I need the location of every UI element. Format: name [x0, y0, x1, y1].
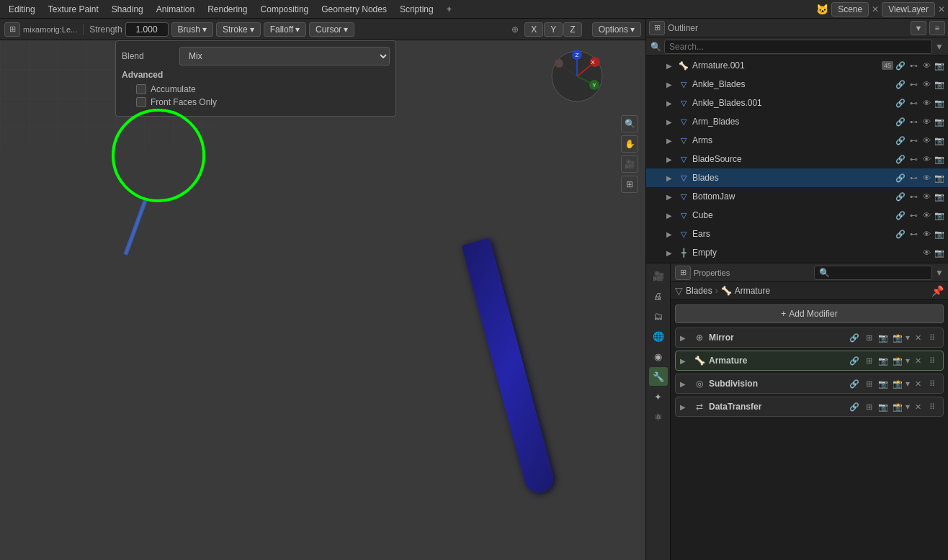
y-btn[interactable]: Y — [544, 22, 563, 37]
breadcrumb-armature[interactable]: Armature — [735, 286, 770, 296]
menu-item-shading[interactable]: Shading — [106, 3, 149, 16]
armature-expand[interactable]: ▶ — [680, 357, 690, 365]
accumulate-checkbox[interactable] — [136, 84, 146, 94]
viewport-3d[interactable]: X Y Z 🔍 ✋ 🎥 ⊞ — [0, 40, 645, 560]
mirror-render-btn[interactable]: 📷 — [877, 331, 890, 344]
falloff-btn[interactable]: Falloff ▾ — [264, 22, 306, 37]
outliner-filter-icon[interactable]: ▼ — [935, 42, 944, 52]
arms-filter-icon[interactable]: ⊷ — [908, 135, 919, 146]
cube-filter-icon[interactable]: ⊷ — [908, 209, 919, 221]
subdivision-realtime-btn[interactable]: ⊞ — [862, 377, 875, 390]
outliner-sort-btn[interactable]: ≡ — [929, 21, 945, 35]
cube-vis-icon[interactable]: 👁 — [921, 209, 932, 221]
menu-item-editing[interactable]: Editing — [3, 3, 41, 16]
mirror-chevron[interactable]: ▾ — [905, 333, 910, 343]
menu-item-animation[interactable]: Animation — [151, 3, 200, 16]
arms-vis-icon[interactable]: 👁 — [921, 135, 932, 146]
brush-btn[interactable]: Brush ▾ — [171, 22, 213, 37]
ankle-blades-001-render-icon[interactable]: 📷 — [934, 97, 945, 109]
subdivision-expand[interactable]: ▶ — [680, 380, 690, 388]
expand-cube[interactable]: ▶ — [663, 209, 675, 221]
outliner-item-blades[interactable]: ▶ ▽ Blades 🔗 ⊷ 👁 📷 — [646, 168, 948, 187]
expand-ankle-blades-001[interactable]: ▶ — [663, 97, 675, 109]
props-output-icon[interactable]: 🖨 — [649, 286, 668, 305]
ears-render-icon[interactable]: 📷 — [934, 228, 945, 240]
menu-item-scripting[interactable]: Scripting — [394, 3, 439, 16]
blade-source-filter-icon[interactable]: ⊷ — [908, 153, 919, 165]
outliner-item-cube[interactable]: ▶ ▽ Cube 🔗 ⊷ 👁 📷 — [646, 206, 948, 225]
armature001-render-icon[interactable]: 📷 — [934, 60, 945, 71]
expand-blades[interactable]: ▶ — [663, 172, 675, 184]
camera-icon[interactable]: 🎥 — [621, 155, 638, 173]
armature001-filter-icon[interactable]: ⊷ — [908, 60, 919, 71]
scene-selector[interactable]: Scene — [831, 2, 869, 17]
datatransfer-drag-btn[interactable]: ⠿ — [926, 400, 939, 413]
blades-filter-icon[interactable]: ⊷ — [908, 172, 919, 184]
cursor-btn[interactable]: Cursor ▾ — [309, 22, 354, 37]
blend-select[interactable]: Mix — [179, 47, 390, 66]
props-scene-icon[interactable]: 🌐 — [649, 327, 668, 346]
armature-render-btn[interactable]: 📷 — [877, 354, 890, 367]
options-btn[interactable]: Options ▾ — [592, 22, 641, 37]
cube-link-icon[interactable]: 🔗 — [895, 209, 906, 221]
outliner-item-bottom-jaw[interactable]: ▶ ▽ BottomJaw 🔗 ⊷ 👁 📷 — [646, 187, 948, 206]
expand-ankle-blades[interactable]: ▶ — [663, 78, 675, 90]
arm-blades-link-icon[interactable]: 🔗 — [895, 116, 906, 127]
datatransfer-render-btn[interactable]: 📷 — [877, 400, 890, 413]
armature-drag-btn[interactable]: ⠿ — [926, 354, 939, 367]
outliner-item-armature001[interactable]: ▶ 🦴 Armature.001 45 🔗 ⊷ 👁 📷 — [646, 56, 948, 75]
blades-vis-icon[interactable]: 👁 — [921, 172, 932, 184]
empty-render-icon[interactable]: 📷 — [934, 247, 945, 258]
props-view-layer-icon[interactable]: 🗂 — [649, 307, 668, 325]
bottom-jaw-render-icon[interactable]: 📷 — [934, 191, 945, 202]
arms-render-icon[interactable]: 📷 — [934, 135, 945, 146]
stroke-btn[interactable]: Stroke ▾ — [216, 22, 261, 37]
ankle-blades-link-icon[interactable]: 🔗 — [895, 78, 906, 90]
subdivision-drag-btn[interactable]: ⠿ — [926, 377, 939, 390]
subdivision-render-btn[interactable]: 📷 — [877, 377, 890, 390]
datatransfer-camera-btn[interactable]: 📸 — [891, 400, 904, 413]
modifier-mirror-header[interactable]: ▶ ⊕ Mirror 🔗 ⊞ 📷 📸 ▾ ✕ ⠿ — [676, 328, 943, 347]
mirror-camera-btn[interactable]: 📸 — [891, 331, 904, 344]
props-physics-icon[interactable]: ⚛ — [649, 407, 668, 426]
expand-arm-blades[interactable]: ▶ — [663, 116, 675, 127]
blade-source-vis-icon[interactable]: 👁 — [921, 153, 932, 165]
ears-link-icon[interactable]: 🔗 — [895, 228, 906, 240]
grid-icon[interactable]: ⊞ — [621, 176, 638, 193]
ankle-blades-filter-icon[interactable]: ⊷ — [908, 78, 919, 90]
armature-link-btn[interactable]: 🔗 — [848, 354, 861, 367]
panel-mode-btn[interactable]: ⊞ — [4, 22, 20, 37]
arm-blades-filter-icon[interactable]: ⊷ — [908, 116, 919, 127]
armature-chevron[interactable]: ▾ — [905, 356, 910, 366]
blades-render-icon[interactable]: 📷 — [934, 172, 945, 184]
props-world-icon[interactable]: ◉ — [649, 347, 668, 366]
armature-camera-btn[interactable]: 📸 — [891, 354, 904, 367]
props-mode-btn[interactable]: ⊞ — [675, 266, 691, 280]
expand-blade-source[interactable]: ▶ — [663, 153, 675, 165]
datatransfer-realtime-btn[interactable]: ⊞ — [862, 400, 875, 413]
mirror-drag-btn[interactable]: ⠿ — [926, 331, 939, 344]
menu-item-geometry-nodes[interactable]: Geometry Nodes — [316, 3, 393, 16]
ankle-blades-001-filter-icon[interactable]: ⊷ — [908, 97, 919, 109]
ankle-blades-001-link-icon[interactable]: 🔗 — [895, 97, 906, 109]
outliner-mode-btn[interactable]: ⊞ — [649, 21, 665, 35]
mirror-close-btn[interactable]: ✕ — [911, 331, 924, 344]
menu-item-plus[interactable]: + — [441, 3, 457, 16]
bottom-jaw-link-icon[interactable]: 🔗 — [895, 191, 906, 202]
front-faces-checkbox[interactable] — [136, 97, 146, 107]
outliner-item-ankle-blades-001[interactable]: ▶ ▽ Ankle_Blades.001 🔗 ⊷ 👁 📷 — [646, 94, 948, 112]
arm-blades-render-icon[interactable]: 📷 — [934, 116, 945, 127]
mirror-expand[interactable]: ▶ — [680, 334, 690, 342]
add-modifier-btn[interactable]: + Add Modifier — [675, 304, 944, 323]
bottom-jaw-vis-icon[interactable]: 👁 — [921, 191, 932, 202]
ankle-blades-vis-icon[interactable]: 👁 — [921, 78, 932, 90]
datatransfer-expand[interactable]: ▶ — [680, 403, 690, 411]
expand-empty[interactable]: ▶ — [663, 247, 675, 258]
expand-arms[interactable]: ▶ — [663, 135, 675, 146]
blade-source-render-icon[interactable]: 📷 — [934, 153, 945, 165]
outliner-item-arm-blades[interactable]: ▶ ▽ Arm_Blades 🔗 ⊷ 👁 📷 — [646, 112, 948, 131]
modifier-armature-header[interactable]: ▶ 🦴 Armature 🔗 ⊞ 📷 📸 ▾ ✕ ⠿ — [676, 351, 943, 370]
modifier-subdivision-header[interactable]: ▶ ◎ Subdivision 🔗 ⊞ 📷 📸 ▾ ✕ ⠿ — [676, 374, 943, 393]
props-search-input[interactable] — [814, 266, 932, 280]
blades-link-icon[interactable]: 🔗 — [895, 172, 906, 184]
